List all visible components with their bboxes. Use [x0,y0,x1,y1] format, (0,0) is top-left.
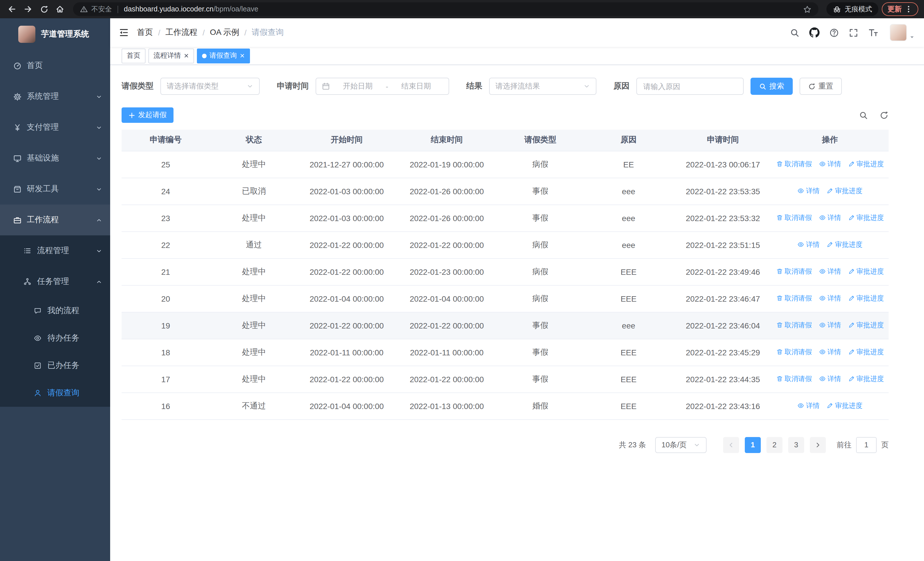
approval-progress-link[interactable]: 审批进度 [848,267,884,277]
sidebar-item-payment[interactable]: 支付管理 [0,112,110,143]
sidebar-item-process-management[interactable]: 流程管理 [0,235,110,266]
cancel-leave-link[interactable]: 取消请假 [776,267,812,277]
detail-link[interactable]: 详情 [797,186,819,196]
tab-process-detail[interactable]: 流程详情 [148,48,194,63]
search-icon [759,83,766,90]
sidebar-item-workflow[interactable]: 工作流程 [0,205,110,235]
sidebar-item-done-tasks[interactable]: 已办任务 [0,352,110,379]
detail-link[interactable]: 详情 [819,347,841,357]
goto-page-input[interactable] [856,437,877,453]
table-row[interactable]: 22通过2022-01-22 00:00:002022-01-22 00:00:… [122,232,889,258]
browser-reload-button[interactable] [36,2,51,17]
sidebar-item-task-management[interactable]: 任务管理 [0,266,110,297]
leave-type-select[interactable]: 请选择请假类型 [160,78,260,95]
table-row[interactable]: 17处理中2022-01-22 00:00:002022-01-22 00:00… [122,365,889,393]
breadcrumb-item-home[interactable]: 首页 [137,27,153,38]
detail-link[interactable]: 详情 [797,240,819,250]
reset-button[interactable]: 重置 [800,78,842,95]
cancel-leave-link[interactable]: 取消请假 [776,294,812,303]
page-button-1[interactable]: 1 [745,437,761,453]
approval-progress-link[interactable]: 审批进度 [848,213,884,223]
cell-status: 处理中 [210,205,298,232]
page-button-2[interactable]: 2 [766,437,783,453]
cell-leave-type: 事假 [498,312,583,339]
toggle-search-button[interactable] [859,111,868,120]
table-row[interactable]: 21处理中2022-01-22 00:00:002022-01-23 00:00… [122,258,889,285]
table-row[interactable]: 24已取消2022-01-03 00:00:002022-01-26 00:00… [122,177,889,205]
browser-home-button[interactable] [52,2,68,17]
search-button[interactable]: 搜索 [750,78,793,95]
trash-icon [776,215,783,221]
approval-progress-link[interactable]: 审批进度 [848,320,884,330]
cell-end-time: 2022-01-22 00:00:00 [396,365,498,393]
address-bar[interactable]: 不安全 dashboard.yudao.iocoder.cn/bpm/oa/le… [73,2,818,16]
app-logo[interactable]: 芋道管理系统 [0,18,110,50]
font-size-button[interactable] [868,27,878,38]
page-size-select[interactable]: 10条/页 [655,437,706,453]
bookmark-star-icon[interactable] [803,5,812,14]
breadcrumb-item-oa-example[interactable]: OA 示例 [210,27,239,38]
table-row[interactable]: 20处理中2022-01-04 00:00:002022-01-04 00:00… [122,285,889,312]
detail-link[interactable]: 详情 [819,159,841,169]
prev-page-button[interactable] [723,437,739,453]
cell-leave-type: 病假 [498,258,583,285]
breadcrumb-item-workflow[interactable]: 工作流程 [165,27,198,38]
close-icon[interactable] [184,53,189,58]
kebab-menu-icon[interactable] [904,5,913,13]
browser-forward-button[interactable] [21,2,35,17]
tab-home[interactable]: 首页 [122,48,146,63]
user-menu[interactable] [890,24,915,41]
sidebar-item-dev-tools[interactable]: 研发工具 [0,174,110,205]
cancel-leave-link[interactable]: 取消请假 [776,159,812,169]
sidebar-item-system[interactable]: 系统管理 [0,81,110,112]
github-link[interactable] [809,27,819,38]
approval-progress-link[interactable]: 审批进度 [826,186,862,196]
table-row[interactable]: 16不通过2022-01-04 00:00:002022-01-13 00:00… [122,393,889,419]
close-icon[interactable] [240,53,245,58]
reason-input[interactable] [636,78,744,95]
table-row[interactable]: 23处理中2022-01-03 00:00:002022-01-26 00:00… [122,205,889,232]
approval-progress-link[interactable]: 审批进度 [848,374,884,384]
cell-apply-time: 2022-01-23 00:06:17 [675,151,771,177]
help-button[interactable] [829,28,839,38]
browser-back-button[interactable] [4,2,20,17]
sidebar-collapse-button[interactable] [119,27,129,38]
detail-link[interactable]: 详情 [819,213,841,223]
apply-time-range-picker[interactable]: 开始日期 - 结束日期 [316,78,449,95]
eye-icon [819,322,825,329]
result-select[interactable]: 请选择流结果 [489,78,596,95]
header-search-button[interactable] [790,28,800,38]
apply-time-label: 申请时间 [277,81,309,92]
next-page-button[interactable] [810,437,826,453]
table-row[interactable]: 18处理中2022-01-11 00:00:002022-01-11 00:00… [122,339,889,365]
approval-progress-link[interactable]: 审批进度 [848,347,884,357]
sidebar-item-leave-query[interactable]: 请假查询 [0,379,110,407]
approval-progress-link[interactable]: 审批进度 [826,240,862,250]
cancel-leave-link[interactable]: 取消请假 [776,213,812,223]
fullscreen-button[interactable] [849,28,858,38]
sidebar-item-infrastructure[interactable]: 基础设施 [0,143,110,174]
refresh-table-button[interactable] [879,111,889,120]
sidebar-item-my-processes[interactable]: 我的流程 [0,297,110,325]
cancel-leave-link[interactable]: 取消请假 [776,374,812,384]
detail-link[interactable]: 详情 [819,320,841,330]
detail-link[interactable]: 详情 [819,374,841,384]
approval-progress-link[interactable]: 审批进度 [848,294,884,303]
table-row[interactable]: 19处理中2022-01-22 00:00:002022-01-22 00:00… [122,312,889,339]
create-leave-button[interactable]: 发起请假 [122,107,174,123]
fullscreen-icon [849,28,858,38]
cancel-leave-link[interactable]: 取消请假 [776,347,812,357]
sidebar-item-home[interactable]: 首页 [0,50,110,81]
sidebar-item-todo-tasks[interactable]: 待办任务 [0,325,110,352]
tab-leave-query[interactable]: 请假查询 [197,48,250,63]
browser-update-button[interactable]: 更新 [882,2,918,16]
detail-link[interactable]: 详情 [797,401,819,411]
page-button-3[interactable]: 3 [788,437,804,453]
approval-progress-link[interactable]: 审批进度 [848,159,884,169]
detail-link[interactable]: 详情 [819,267,841,277]
cancel-leave-link[interactable]: 取消请假 [776,320,812,330]
breadcrumb-item-leave-query: 请假查询 [252,27,284,38]
detail-link[interactable]: 详情 [819,294,841,303]
table-row[interactable]: 25处理中2021-12-27 00:00:002022-01-19 00:00… [122,151,889,177]
approval-progress-link[interactable]: 审批进度 [826,401,862,411]
